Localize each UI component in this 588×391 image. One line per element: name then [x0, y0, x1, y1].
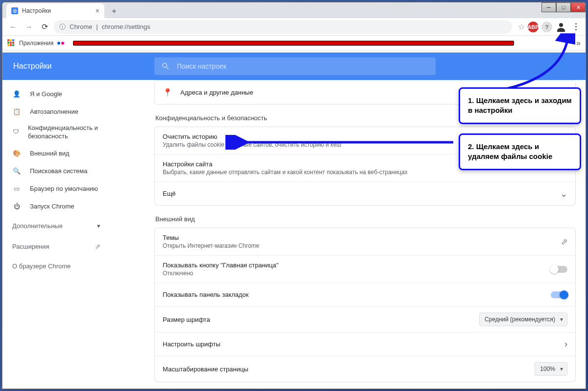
toggle-home-button[interactable] [551, 266, 567, 273]
section-heading-appearance: Внешний вид [155, 215, 576, 223]
sidebar-advanced[interactable]: Дополнительные▾ [2, 215, 125, 237]
chevron-down-icon: ⌄ [560, 188, 567, 199]
tab-strip: ⚙ Настройки × + [2, 2, 586, 18]
dropdown-font-size[interactable]: Средний (рекомендуется) [479, 313, 567, 326]
annotation-callout-1: 1. Щелкаем здесь и заходим в настройки [459, 87, 581, 124]
window-controls: ─ □ ✕ [541, 2, 586, 12]
row-themes[interactable]: ТемыОткрыть Интернет-магазин Chrome ⬀ [155, 228, 575, 255]
url-scheme: Chrome [70, 23, 92, 30]
maximize-button[interactable]: □ [556, 2, 571, 12]
sidebar-label: Внешний вид [30, 150, 70, 157]
bookmark-overflow-icon[interactable]: » [576, 39, 581, 48]
row-title: Показывать панель закладок [163, 291, 543, 298]
search-icon [161, 62, 170, 71]
row-title: Масштабирование страницы [163, 365, 527, 373]
sidebar-about[interactable]: О браузере Chrome [2, 257, 125, 276]
shield-icon: 🛡 [12, 128, 19, 136]
sidebar-item-you-and-google[interactable]: 👤Я и Google [2, 85, 125, 103]
settings-sidebar: 👤Я и Google 📋Автозаполнение 🛡Конфиденциа… [2, 80, 125, 389]
sidebar-advanced-label: Дополнительные [12, 222, 63, 230]
open-external-icon: ⬀ [561, 237, 567, 246]
location-icon: 📍 [163, 88, 172, 97]
chevron-right-icon: › [564, 339, 567, 349]
row-title: Темы [163, 234, 553, 241]
bookmark-bar-redacted [73, 41, 514, 46]
settings-main: 👤Я и Google 📋Автозаполнение 🛡Конфиденциа… [2, 80, 586, 389]
toolbar-actions: ☆ ABP ? [518, 21, 582, 33]
star-bookmark-icon[interactable]: ☆ [518, 22, 525, 31]
sidebar-about-label: О браузере Chrome [12, 262, 71, 270]
browser-icon: ▭ [12, 185, 21, 192]
sidebar-label: Поисковая система [30, 167, 88, 175]
sidebar-label: Я и Google [30, 90, 62, 98]
settings-search-input[interactable] [177, 62, 429, 70]
back-button[interactable]: ← [6, 20, 20, 34]
row-subtitle: Отключено [163, 270, 543, 277]
annotation-arrow-1 [492, 33, 575, 92]
sidebar-item-appearance[interactable]: 🎨Внешний вид [2, 145, 125, 162]
dropdown-zoom[interactable]: 100% [535, 362, 567, 376]
sidebar-label: Запуск Chrome [30, 203, 74, 210]
close-button[interactable]: ✕ [571, 2, 586, 12]
sidebar-item-privacy[interactable]: 🛡Конфиденциальность и безопасность [2, 120, 125, 145]
url-text: chrome://settings [102, 23, 150, 30]
row-show-bookmarks[interactable]: Показывать панель закладок [155, 283, 575, 306]
sidebar-item-search-engine[interactable]: 🔍Поисковая система [2, 162, 125, 180]
settings-title: Настройки [2, 62, 154, 71]
reload-button[interactable]: ⟳ [38, 20, 51, 34]
row-title: Ещё [163, 190, 552, 197]
help-extension-icon[interactable]: ? [541, 22, 552, 32]
flickr-bookmark-icon[interactable] [57, 42, 64, 45]
clipboard-icon: 📋 [12, 108, 21, 115]
row-title: Показывать кнопку "Главная страница" [163, 261, 543, 269]
tab-title: Настройки [22, 7, 51, 14]
row-subtitle: Открыть Интернет-магазин Chrome [163, 242, 553, 249]
chrome-menu-button[interactable] [570, 21, 582, 33]
omnibox[interactable]: ⓘ Chrome | chrome://settings [53, 20, 512, 34]
row-font-size[interactable]: Размер шрифта Средний (рекомендуется) [155, 306, 575, 332]
apps-label[interactable]: Приложения [19, 40, 53, 47]
profile-avatar-icon[interactable] [555, 21, 567, 33]
chevron-down-icon: ▾ [97, 222, 100, 230]
settings-search[interactable] [154, 57, 436, 75]
tab-settings[interactable]: ⚙ Настройки × [6, 3, 104, 18]
power-icon: ⏻ [12, 203, 21, 210]
search-icon: 🔍 [12, 167, 21, 175]
site-info-icon[interactable]: ⓘ [59, 23, 66, 31]
settings-body: 📍 Адреса и другие данные › Конфиденциаль… [125, 80, 586, 389]
forward-button[interactable]: → [22, 20, 36, 34]
apps-grid-icon[interactable] [7, 39, 15, 47]
minimize-button[interactable]: ─ [541, 2, 556, 12]
tab-close-icon[interactable]: × [96, 7, 99, 15]
card-appearance: ТемыОткрыть Интернет-магазин Chrome ⬀ По… [154, 228, 576, 382]
sidebar-extensions-label: Расширения [12, 243, 49, 250]
open-external-icon: ⬀ [95, 243, 100, 250]
settings-favicon-icon: ⚙ [11, 7, 18, 14]
row-privacy-more[interactable]: Ещё ⌄ [155, 182, 575, 205]
row-customize-fonts[interactable]: Настроить шрифты › [155, 332, 575, 356]
sidebar-label: Конфиденциальность и безопасность [28, 124, 115, 141]
annotation-callout-2: 2. Щелкаем здесь и удаляем файлы cookie [459, 133, 581, 170]
row-title: Размер шрифта [163, 316, 471, 323]
adblock-extension-icon[interactable]: ABP [528, 22, 539, 32]
sidebar-label: Автозаполнение [30, 108, 78, 115]
new-tab-button[interactable]: + [107, 4, 121, 18]
url-separator: | [96, 23, 98, 30]
toggle-bookmarks-bar[interactable] [551, 291, 567, 298]
sidebar-item-on-startup[interactable]: ⏻Запуск Chrome [2, 198, 125, 215]
sidebar-extensions[interactable]: Расширения⬀ [2, 237, 125, 257]
row-title: Настроить шрифты [163, 340, 557, 348]
palette-icon: 🎨 [12, 150, 21, 157]
row-home-button[interactable]: Показывать кнопку "Главная страница"Откл… [155, 255, 575, 283]
sidebar-item-default-browser[interactable]: ▭Браузер по умолчанию [2, 180, 125, 198]
person-icon: 👤 [12, 90, 21, 98]
row-page-zoom[interactable]: Масштабирование страницы 100% [155, 356, 575, 382]
sidebar-item-autofill[interactable]: 📋Автозаполнение [2, 103, 125, 120]
svg-point-0 [559, 23, 563, 27]
annotation-arrow-2 [225, 135, 456, 150]
sidebar-label: Браузер по умолчанию [30, 185, 98, 192]
